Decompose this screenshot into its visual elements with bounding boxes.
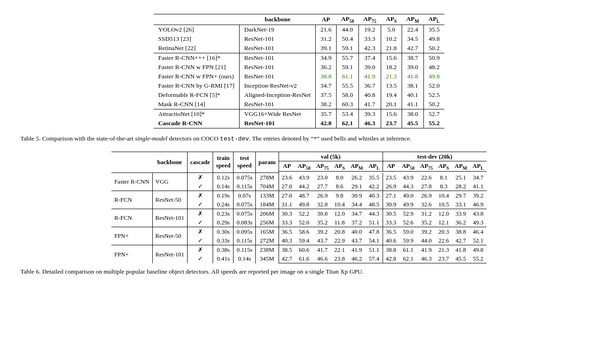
table5-cell-ap75: 39.3 (358, 109, 381, 119)
table6-test_apm: 38.8 (452, 227, 470, 236)
table6-test_apl: 49.3 (470, 218, 487, 227)
table5-cell-ap75: 19.2 (358, 25, 381, 34)
table6-param: 704M (255, 182, 279, 191)
table5-cell-apl: 48.2 (424, 63, 445, 72)
table5-cell-ap: 34.9 (316, 53, 337, 63)
table6-val_ap50: 52.2 (295, 209, 313, 218)
table6-val_aps: 22.1 (332, 245, 348, 255)
table5-cell-ap: 35.7 (316, 109, 337, 119)
table5-cell-ap75: 46.3 (358, 119, 381, 128)
table6-param: 345M (255, 254, 279, 263)
table6-test_ap75: 39.2 (417, 227, 436, 236)
table6-train-speed: 0.29s (213, 218, 234, 227)
table6-val_apl: 35.5 (366, 173, 383, 182)
table6-val_ap75: 23.0 (313, 173, 332, 182)
table6-test_ap50: 62.1 (399, 254, 417, 263)
table6-val_ap75: 26.9 (313, 191, 332, 200)
table5-cell-ap50: 59.1 (336, 63, 358, 72)
col-apm: APM (402, 14, 423, 25)
table6-val_ap50: 61.6 (295, 254, 313, 263)
table6-val_ap: 33.3 (279, 218, 295, 227)
col-ap75: AP75 (358, 14, 381, 25)
table6-test-speed: 0.083s (234, 218, 255, 227)
table6-test_apl: 55.2 (470, 254, 487, 263)
table5-cell-aps: 15.6 (381, 109, 402, 119)
table6-test-speed: 0.14s (234, 254, 255, 263)
table6-test_ap: 33.3 (383, 218, 399, 227)
table6-test_apl: 46.4 (470, 227, 487, 236)
table6-val_apl: 48.5 (366, 200, 383, 209)
table6-cascade: ✗ (187, 209, 213, 218)
table6-test_aps: 8.3 (436, 182, 452, 191)
table6-test_ap75: 41.9 (417, 245, 436, 255)
table6-test_ap50: 59.9 (399, 236, 417, 245)
table6-val_ap75: 35.2 (313, 218, 332, 227)
table5-cell-aps: 23.7 (381, 119, 402, 128)
col6-test-apm: APM (452, 161, 470, 172)
table5-cell-ap: 36.2 (316, 63, 337, 72)
table6-test_apm: 42.7 (452, 236, 470, 245)
table6-test_ap75: 46.3 (417, 254, 436, 263)
col-apl: APL (424, 14, 445, 25)
table5-cell-apm: 38.1 (402, 81, 423, 90)
table6-val_ap50: 43.9 (295, 173, 313, 182)
table6-test_ap50: 52.9 (399, 209, 417, 218)
table5-cell-ap75: 40.8 (358, 90, 381, 100)
table5-row-name: Faster R-CNN by G-RMI [17] (154, 81, 240, 90)
table5-cell-aps: 21.8 (381, 44, 402, 53)
table6-val_aps: 23.8 (332, 254, 348, 263)
table6-param: 272M (255, 236, 279, 245)
table6-val_apl: 44.3 (366, 209, 383, 218)
table5-cell-ap50: 55.5 (336, 81, 358, 90)
table6-caption: Table 6. Detailed comparison on multiple… (20, 267, 578, 276)
table5-cell-ap: 34.7 (316, 81, 337, 90)
table5-cell-apl: 49.8 (424, 34, 445, 44)
table6-test_aps: 8.1 (436, 173, 452, 182)
table5-row-name: Cascade R-CNN (154, 119, 240, 128)
table5-cell-aps: 15.6 (381, 53, 402, 63)
table6-param: 165M (255, 227, 279, 236)
table5-row-backbone: ResNet-101 (240, 72, 316, 81)
table5-cell-apm: 39.0 (402, 63, 423, 72)
table5-cell-aps: 19.4 (381, 90, 402, 100)
table6-test_aps: 12.0 (436, 209, 452, 218)
table6-test_ap: 27.1 (383, 191, 399, 200)
table6-val_apm: 29.1 (348, 182, 366, 191)
col6-param: param (255, 152, 279, 173)
table6-test_ap75: 32.6 (417, 200, 436, 209)
table6-test-speed: 0.075s (234, 209, 255, 218)
col6-backbone: backbone (152, 152, 187, 173)
table6-test_apm: 33.1 (452, 200, 470, 209)
table6-test-speed: 0.07s (234, 191, 255, 200)
table6-cascade: ✓ (187, 218, 213, 227)
table6-test_ap50: 61.1 (399, 245, 417, 255)
table5-row-backbone: DarkNet-19 (240, 25, 316, 34)
table5-wrapper: backbone AP AP50 AP75 APS APM APL YOLOv2… (20, 14, 578, 128)
table6-cascade: ✓ (187, 236, 213, 245)
table6-val_aps: 8.6 (332, 182, 348, 191)
table5-cell-ap50: 55.7 (336, 53, 358, 63)
table5-cell-apm: 45.5 (402, 119, 423, 128)
table6-train-speed: 0.30s (213, 227, 234, 236)
table6-test_ap50: 59.0 (399, 227, 417, 236)
page-container: backbone AP AP50 AP75 APS APM APL YOLOv2… (20, 14, 578, 277)
table6-val_ap: 27.0 (279, 191, 295, 200)
table6-val_apl: 40.3 (366, 191, 383, 200)
col-ap50: AP50 (336, 14, 358, 25)
table6-train-speed: 0.19s (213, 191, 234, 200)
table5-row-name: SSD513 [23] (154, 34, 240, 44)
table6-val_apm: 34.4 (348, 200, 366, 209)
table6-val_apm: 46.2 (348, 254, 366, 263)
table5-cell-ap: 39.1 (316, 44, 337, 53)
table6-test_ap75: 44.0 (417, 236, 436, 245)
table6-val_apl: 42.2 (366, 182, 383, 191)
table5-cell-apl: 52.7 (424, 109, 445, 119)
table5-cell-aps: 20.1 (381, 100, 402, 109)
table6-backbone: VGG (152, 173, 187, 191)
table5-row-backbone: VGG16+Wide ResNet (240, 109, 316, 119)
table6-val_aps: 9.8 (332, 191, 348, 200)
table5-cell-apm: 40.1 (402, 90, 423, 100)
table5-row-backbone: ResNet-101 (240, 44, 316, 53)
table6-test_ap50: 44.3 (399, 182, 417, 191)
table6-test_aps: 22.6 (436, 236, 452, 245)
